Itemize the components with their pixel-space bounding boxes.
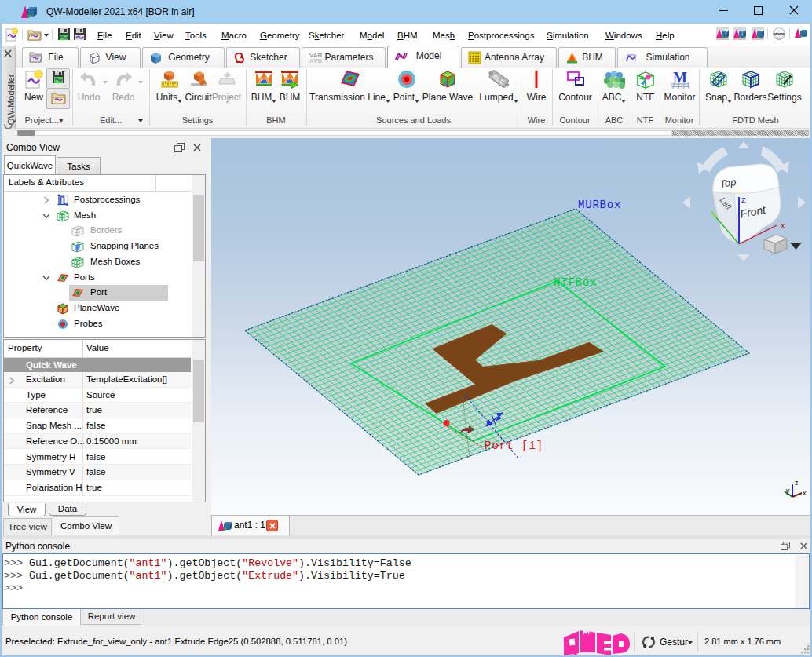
svg-text:↓: ↓ — [741, 29, 744, 37]
svg-text:www: www — [774, 31, 785, 36]
svg-text:MURBox: MURBox — [578, 199, 621, 211]
svg-text:NTFBox: NTFBox — [554, 276, 597, 289]
svg-text:?: ? — [724, 27, 728, 35]
svg-text:~: ~ — [759, 27, 763, 35]
svg-text:x: x — [803, 489, 807, 497]
svg-text:x: x — [781, 221, 785, 230]
svg-text:Port [1]: Port [1] — [485, 440, 543, 452]
svg-text:y: y — [786, 487, 790, 495]
svg-text:z: z — [741, 195, 746, 204]
svg-text:z: z — [795, 479, 799, 487]
svg-text:M: M — [673, 69, 687, 86]
